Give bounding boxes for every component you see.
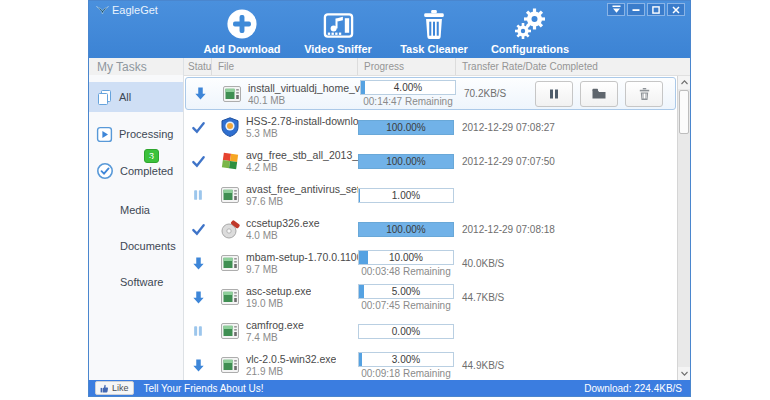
toolbar-label: Add Download bbox=[204, 43, 281, 55]
progress-cell: 10.00%00:03:48 Remaining bbox=[358, 250, 456, 277]
column-header-progress[interactable]: Progress bbox=[358, 58, 456, 75]
vertical-scrollbar[interactable] bbox=[677, 76, 690, 380]
like-label: Like bbox=[112, 383, 129, 393]
pause-action-icon bbox=[548, 88, 560, 100]
skin-menu-button[interactable] bbox=[607, 3, 625, 16]
scroll-up-icon[interactable] bbox=[678, 76, 690, 89]
file-name: mbam-setup-1.70.0.1100.exe bbox=[246, 251, 358, 263]
file-size: 21.9 MB bbox=[246, 366, 336, 377]
download-arrow-icon bbox=[191, 290, 206, 305]
processing-icon bbox=[96, 126, 113, 143]
maximize-icon bbox=[652, 6, 660, 14]
download-arrow-icon bbox=[191, 256, 206, 271]
file-name: ccsetup326.exe bbox=[246, 217, 320, 229]
download-row[interactable]: install_virtualdj_home_v7.3.ex40.1 MB4.0… bbox=[185, 77, 676, 110]
transfer-rate: 44.7KB/S bbox=[456, 292, 677, 303]
sidebar-item-label: Processing bbox=[119, 128, 173, 140]
progress-bar: 100.00% bbox=[358, 120, 454, 135]
folder-action-icon bbox=[592, 88, 606, 99]
toolbar-configurations-button[interactable]: Configurations bbox=[487, 7, 573, 55]
transfer-rate: 2012-12-29 07:07:50 bbox=[456, 156, 677, 167]
progress-bar: 100.00% bbox=[358, 154, 454, 169]
sidebar-item-processing[interactable]: Processing bbox=[89, 119, 183, 149]
check-icon bbox=[191, 154, 206, 169]
toolbar: Add DownloadVideo SnifferTask CleanerCon… bbox=[199, 7, 573, 55]
column-header-file[interactable]: File bbox=[212, 58, 358, 75]
close-icon bbox=[672, 6, 680, 14]
download-row[interactable]: mbam-setup-1.70.0.1100.exe9.7 MB10.00%00… bbox=[184, 246, 677, 280]
file-cell: avast_free_antivirus_setup.exe97.6 MB bbox=[212, 183, 358, 207]
sidebar-item-completed[interactable]: Completed3 bbox=[89, 156, 183, 186]
pause-icon bbox=[191, 324, 205, 338]
file-cell: mbam-setup-1.70.0.1100.exe9.7 MB bbox=[212, 251, 358, 275]
transfer-rate: 70.2KB/S bbox=[458, 88, 535, 99]
transfer-rate: 40.0KB/S bbox=[456, 258, 677, 269]
toolbar-label: Task Cleaner bbox=[400, 43, 468, 55]
toolbar-task-cleaner-button[interactable]: Task Cleaner bbox=[391, 7, 477, 55]
time-remaining: 00:09:18 Remaining bbox=[358, 368, 454, 379]
delete-button[interactable] bbox=[625, 81, 663, 107]
toolbar-add-download-button[interactable]: Add Download bbox=[199, 7, 285, 55]
transfer-rate: 2012-12-29 07:08:18 bbox=[456, 224, 677, 235]
scrollbar-thumb[interactable] bbox=[679, 90, 689, 134]
toolbar-video-sniffer-button[interactable]: Video Sniffer bbox=[295, 7, 381, 55]
file-cell: asc-setup.exe19.0 MB bbox=[212, 285, 358, 309]
task-cleaner-icon bbox=[420, 9, 448, 40]
download-row[interactable]: asc-setup.exe19.0 MB5.00%00:07:45 Remain… bbox=[184, 280, 677, 314]
column-header-status[interactable]: Status bbox=[184, 58, 212, 75]
progress-percent: 0.00% bbox=[359, 325, 453, 338]
open-folder-button[interactable] bbox=[580, 81, 618, 107]
progress-bar: 4.00% bbox=[360, 80, 456, 95]
progress-bar: 1.00% bbox=[358, 188, 454, 203]
all-tasks-icon bbox=[96, 89, 113, 106]
progress-cell: 3.00%00:09:18 Remaining bbox=[358, 352, 456, 379]
file-size: 4.2 MB bbox=[246, 162, 358, 173]
column-header-transfer[interactable]: Transfer Rate/Date Completed bbox=[456, 58, 690, 75]
pause-button[interactable] bbox=[535, 81, 573, 107]
trash-action-icon bbox=[639, 88, 650, 100]
download-row[interactable]: HSS-2.78-install-download-85.3 MB100.00%… bbox=[184, 110, 677, 144]
status-bar: Like Tell Your Friends About Us! Downloa… bbox=[89, 380, 690, 396]
download-row[interactable]: vlc-2.0.5-win32.exe21.9 MB3.00%00:09:18 … bbox=[184, 348, 677, 380]
sidebar-item-documents[interactable]: Documents bbox=[89, 234, 183, 258]
sidebar-item-all[interactable]: All bbox=[89, 82, 183, 112]
check-icon bbox=[191, 120, 206, 135]
sidebar-item-software[interactable]: Software bbox=[89, 270, 183, 294]
time-remaining: 00:07:45 Remaining bbox=[358, 300, 454, 311]
file-cell: install_virtualdj_home_v7.3.ex40.1 MB bbox=[214, 82, 360, 106]
chevron-menu-icon bbox=[612, 5, 621, 14]
avg-file-icon bbox=[220, 151, 240, 171]
progress-percent: 3.00% bbox=[359, 353, 453, 366]
installer-file-icon bbox=[220, 355, 240, 375]
progress-cell: 1.00% bbox=[358, 188, 456, 203]
transfer-rate: 44.9KB/S bbox=[456, 360, 677, 371]
file-size: 19.0 MB bbox=[246, 298, 311, 309]
file-size: 97.6 MB bbox=[246, 196, 358, 207]
progress-percent: 100.00% bbox=[359, 155, 453, 168]
progress-percent: 1.00% bbox=[359, 189, 453, 202]
status-cell bbox=[184, 222, 212, 237]
download-row[interactable]: avast_free_antivirus_setup.exe97.6 MB1.0… bbox=[184, 178, 677, 212]
download-row[interactable]: camfrog.exe7.4 MB0.00% bbox=[184, 314, 677, 348]
scroll-down-icon[interactable] bbox=[678, 367, 690, 380]
sidebar-item-media[interactable]: Media bbox=[89, 198, 183, 222]
toolbar-label: Configurations bbox=[491, 43, 569, 55]
download-row[interactable]: avg_free_stb_all_2013_2805_c4.2 MB100.00… bbox=[184, 144, 677, 178]
progress-cell: 100.00% bbox=[358, 154, 456, 169]
progress-cell: 100.00% bbox=[358, 222, 456, 237]
file-size: 5.3 MB bbox=[246, 128, 358, 139]
status-cell bbox=[184, 324, 212, 338]
ccleaner-file-icon bbox=[220, 219, 240, 239]
progress-percent: 5.00% bbox=[359, 285, 453, 298]
maximize-button[interactable] bbox=[647, 3, 665, 16]
file-size: 40.1 MB bbox=[248, 95, 360, 106]
like-thumb-icon bbox=[100, 384, 109, 393]
download-row[interactable]: ccsetup326.exe4.0 MB100.00%2012-12-29 07… bbox=[184, 212, 677, 246]
toolbar-label: Video Sniffer bbox=[304, 43, 372, 55]
installer-file-icon bbox=[220, 321, 240, 341]
facebook-like-button[interactable]: Like bbox=[95, 381, 134, 395]
status-cell bbox=[184, 358, 212, 373]
close-button[interactable] bbox=[667, 3, 685, 16]
minimize-button[interactable] bbox=[627, 3, 645, 16]
time-remaining: 00:03:48 Remaining bbox=[358, 266, 454, 277]
